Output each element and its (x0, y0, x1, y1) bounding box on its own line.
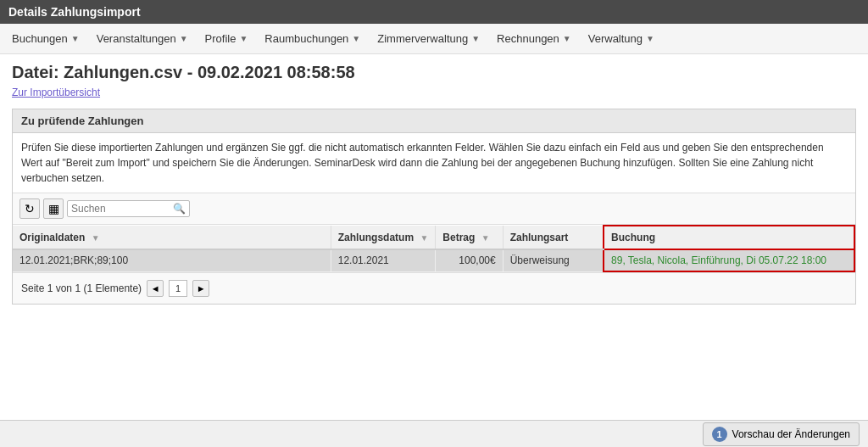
next-page-icon: ► (197, 283, 206, 293)
col-header-buchung[interactable]: Buchung (604, 226, 854, 249)
preview-label: Vorschau der Änderungen (732, 428, 850, 440)
prev-page-button[interactable]: ◄ (147, 280, 164, 297)
cell-originaldaten: 12.01.2021;BRK;89;100 (13, 249, 331, 271)
col-header-zahlungsart[interactable]: Zahlungsart (503, 226, 604, 249)
nav-label-raumbuchungen: Raumbuchungen (264, 32, 348, 45)
table-toolbar: ↻ ▦ 🔍 (13, 193, 855, 225)
current-page: 1 (169, 280, 187, 297)
nav-item-verwaltung[interactable]: Verwaltung ▼ (580, 24, 663, 53)
title-bar-label: Details Zahlungsimport (8, 5, 141, 19)
info-text: Prüfen Sie diese importierten Zahlungen … (13, 133, 855, 193)
preview-button[interactable]: 1 Vorschau der Änderungen (703, 422, 860, 446)
nav-item-veranstaltungen[interactable]: Veranstaltungen ▼ (88, 24, 197, 53)
nav-label-profile: Profile (205, 32, 236, 45)
next-page-button[interactable]: ► (192, 280, 209, 297)
refresh-icon: ↻ (25, 202, 35, 215)
nav-item-zimmerverwaltung[interactable]: Zimmerverwaltung ▼ (369, 24, 488, 53)
search-input[interactable] (71, 203, 173, 215)
chevron-down-icon: ▼ (646, 34, 654, 43)
chevron-down-icon: ▼ (352, 34, 360, 43)
chevron-down-icon: ▼ (239, 34, 248, 43)
sort-arrow-icon: ▼ (481, 233, 490, 243)
pagination-summary: Seite 1 von 1 (1 Elemente) (21, 282, 142, 294)
page-header: Datei: Zahlungen.csv - 09.02.2021 08:58:… (0, 54, 868, 102)
nav-label-veranstaltungen: Veranstaltungen (97, 32, 176, 45)
nav-label-rechnungen: Rechnungen (497, 32, 559, 45)
nav-item-buchungen[interactable]: Buchungen ▼ (3, 24, 88, 53)
chevron-down-icon: ▼ (471, 34, 480, 43)
refresh-button[interactable]: ↻ (19, 198, 40, 219)
search-container: 🔍 (67, 200, 190, 217)
pagination-bar: Seite 1 von 1 (1 Elemente) ◄ 1 ► (13, 272, 855, 304)
cell-buchung: 89, Tesla, Nicola, Einführung, Di 05.07.… (604, 249, 854, 271)
col-header-betrag[interactable]: Betrag ▼ (436, 226, 503, 249)
status-bar: 1 Vorschau der Änderungen (0, 420, 868, 447)
sort-arrow-icon: ▼ (92, 233, 100, 243)
grid-icon: ▦ (48, 202, 59, 215)
chevron-down-icon: ▼ (71, 34, 80, 43)
content-area: Zu prüfende Zahlungen Prüfen Sie diese i… (12, 109, 856, 305)
chevron-down-icon: ▼ (563, 34, 571, 43)
grid-button[interactable]: ▦ (43, 198, 64, 219)
nav-item-rechnungen[interactable]: Rechnungen ▼ (488, 24, 580, 53)
table-row[interactable]: 12.01.2021;BRK;89;100 12.01.2021 100,00€… (13, 249, 854, 271)
nav-label-zimmerverwaltung: Zimmerverwaltung (377, 32, 468, 45)
section-header: Zu prüfende Zahlungen (13, 109, 855, 133)
nav-bar: Buchungen ▼ Veranstaltungen ▼ Profile ▼ … (0, 24, 868, 54)
col-header-originaldaten[interactable]: Originaldaten ▼ (13, 226, 331, 249)
buchung-value: 89, Tesla, Nicola, Einführung, Di 05.07.… (611, 254, 826, 266)
cell-zahlungsdatum: 12.01.2021 (331, 249, 436, 271)
title-bar: Details Zahlungsimport (0, 0, 868, 24)
cell-zahlungsart: Überweisung (503, 249, 604, 271)
nav-item-raumbuchungen[interactable]: Raumbuchungen ▼ (256, 24, 369, 53)
chevron-down-icon: ▼ (180, 34, 188, 43)
cell-betrag: 100,00€ (436, 249, 503, 271)
col-header-zahlungsdatum[interactable]: Zahlungsdatum ▼ (331, 226, 436, 249)
search-icon: 🔍 (173, 203, 186, 215)
nav-label-buchungen: Buchungen (12, 32, 68, 45)
sort-arrow-icon: ▼ (420, 233, 428, 243)
nav-label-verwaltung: Verwaltung (588, 32, 643, 45)
preview-badge: 1 (712, 427, 727, 442)
page-title: Datei: Zahlungen.csv - 09.02.2021 08:58:… (12, 63, 856, 82)
import-link[interactable]: Zur Importübersicht (12, 87, 100, 98)
data-table: Originaldaten ▼ Zahlungsdatum ▼ Betrag ▼… (13, 225, 855, 272)
nav-item-profile[interactable]: Profile ▼ (197, 24, 257, 53)
prev-page-icon: ◄ (151, 283, 160, 293)
